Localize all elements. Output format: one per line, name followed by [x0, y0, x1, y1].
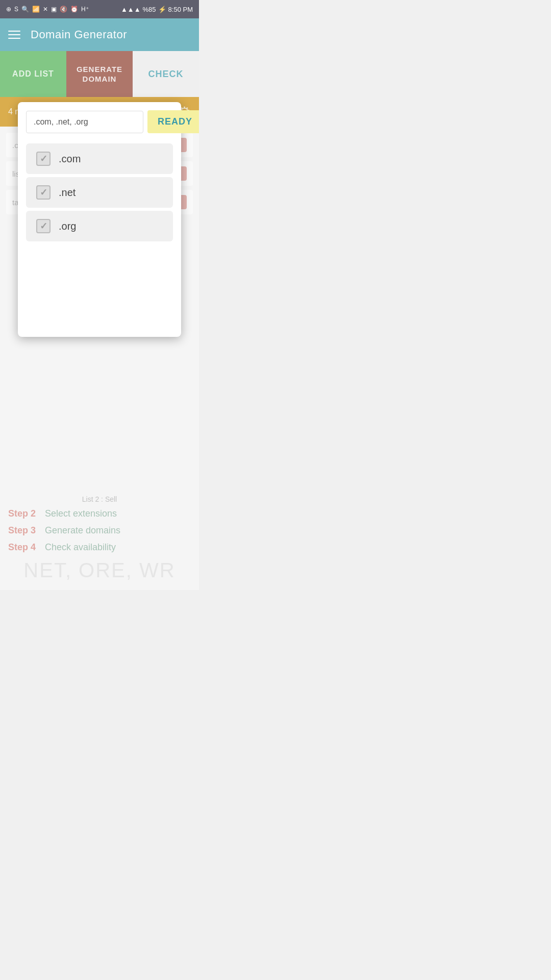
extensions-modal: READY ✓ .com ✓ .net ✓ .org — [18, 102, 181, 337]
checkmark-com-icon: ✓ — [40, 153, 47, 164]
checkbox-item-org[interactable]: ✓ .org — [26, 211, 173, 241]
checkbox-net[interactable]: ✓ — [36, 185, 51, 200]
checkmark-net-icon: ✓ — [40, 187, 47, 198]
checkbox-com[interactable]: ✓ — [36, 152, 51, 166]
modal-header: READY — [26, 110, 173, 133]
checkmark-org-icon: ✓ — [40, 220, 47, 232]
extension-org-label: .org — [59, 220, 76, 232]
checkbox-item-com[interactable]: ✓ .com — [26, 143, 173, 174]
checkbox-org[interactable]: ✓ — [36, 219, 51, 233]
checkbox-item-net[interactable]: ✓ .net — [26, 177, 173, 208]
extension-checkbox-list: ✓ .com ✓ .net ✓ .org — [26, 143, 173, 241]
extension-net-label: .net — [59, 187, 76, 199]
extension-input[interactable] — [26, 111, 143, 133]
ready-button[interactable]: READY — [147, 110, 199, 133]
extension-com-label: .com — [59, 153, 81, 165]
